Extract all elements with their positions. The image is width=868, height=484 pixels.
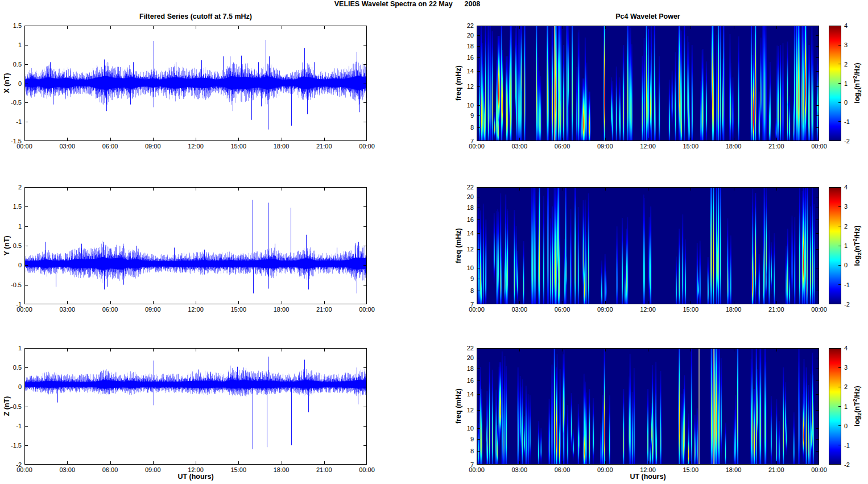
colorbar-tick-label: 1 xyxy=(844,80,848,88)
left-column-title: Filtered Series (cutoff at 7.5 mHz) xyxy=(139,13,252,20)
x-tick-label: 00:00 xyxy=(805,143,833,150)
y-wavelet-power-plot xyxy=(477,187,819,304)
y-tick-label: 0 xyxy=(0,383,22,391)
x-tick-label: 21:00 xyxy=(310,143,338,150)
x-tick-label: 12:00 xyxy=(181,466,210,474)
colorbar-tick-label: -2 xyxy=(844,138,850,145)
colorbar-tick-label: 2 xyxy=(844,383,848,391)
x-tick-label: 15:00 xyxy=(224,143,253,150)
y-tick-label: -1 xyxy=(0,423,22,430)
x-tick-label: 21:00 xyxy=(762,466,791,474)
freq-tick-label: 18 xyxy=(447,204,474,212)
freq-tick-label: 22 xyxy=(447,184,474,191)
colorbar-tick-label: 0 xyxy=(844,262,848,269)
freq-tick-label: 8 xyxy=(447,124,474,131)
x-tick-label: 15:00 xyxy=(676,306,705,313)
freq-tick-label: 16 xyxy=(447,377,474,384)
y-tick-label: 2 xyxy=(0,184,22,191)
colorbar-x xyxy=(829,26,841,141)
x-tick-label: 09:00 xyxy=(591,306,619,313)
freq-tick-label: 7 xyxy=(447,138,474,145)
x-tick-label: 18:00 xyxy=(267,306,296,313)
x-tick-label: 21:00 xyxy=(310,306,338,313)
colorbar-tick-label: -1 xyxy=(844,442,850,449)
freq-tick-label: 20 xyxy=(447,193,474,201)
colorbar-tick-label: 3 xyxy=(844,42,848,49)
y-series-plot xyxy=(24,187,367,304)
y-tick-label: -1 xyxy=(0,301,22,308)
x-tick-label: 09:00 xyxy=(591,466,619,474)
y-tick-label: 1 xyxy=(0,345,22,352)
x-series-plot xyxy=(24,26,367,141)
x-tick-label: 09:00 xyxy=(591,143,619,150)
x-tick-label: 15:00 xyxy=(676,143,705,150)
x-tick-label: 12:00 xyxy=(634,143,662,150)
freq-tick-label: 9 xyxy=(447,112,474,119)
x-axis-label-left: UT (hours) xyxy=(177,473,213,481)
right-column-title: Pc4 Wavelet Power xyxy=(615,13,680,20)
freq-tick-label: 16 xyxy=(447,216,474,224)
colorbar-tick-label: -1 xyxy=(844,282,850,289)
colorbar-tick-label: 3 xyxy=(844,364,848,371)
y-tick-label: -1.5 xyxy=(0,138,22,145)
x-tick-label: 00:00 xyxy=(353,143,381,150)
y-tick-label: -0.5 xyxy=(0,403,22,411)
x-tick-label: 18:00 xyxy=(720,466,748,474)
colorbar-label-z: log2(nT2/Hz) xyxy=(852,386,863,426)
colorbar-tick-label: 0 xyxy=(844,423,848,430)
x-tick-label: 06:00 xyxy=(548,466,577,474)
figure-title: VELIES Wavelet Spectra on 22 May 2008 xyxy=(334,0,481,8)
x-tick-label: 09:00 xyxy=(139,466,167,474)
x-wavelet-power-plot xyxy=(477,26,819,141)
x-tick-label: 12:00 xyxy=(634,306,662,313)
colorbar-tick-label: 4 xyxy=(844,22,848,30)
x-tick-label: 12:00 xyxy=(634,466,662,474)
y-tick-label: 0.5 xyxy=(0,242,22,250)
y-tick-label: 0 xyxy=(0,262,22,269)
figure: VELIES Wavelet Spectra on 22 May 2008 Fi… xyxy=(0,0,868,484)
z-series-plot xyxy=(24,348,367,465)
colorbar-tick-label: 0 xyxy=(844,99,848,106)
x-tick-label: 18:00 xyxy=(267,466,296,474)
x-tick-label: 18:00 xyxy=(720,143,748,150)
freq-tick-label: 16 xyxy=(447,54,474,61)
freq-tick-label: 7 xyxy=(447,301,474,308)
colorbar-tick-label: -1 xyxy=(844,118,850,126)
x-tick-label: 00:00 xyxy=(805,306,833,313)
x-tick-label: 00:00 xyxy=(805,466,833,474)
x-tick-label: 15:00 xyxy=(224,306,253,313)
x-tick-label: 06:00 xyxy=(548,306,577,313)
freq-tick-label: 12 xyxy=(447,407,474,414)
y-tick-label: 0 xyxy=(0,80,22,88)
colorbar-y xyxy=(829,187,841,304)
y-tick-label: 1.5 xyxy=(0,203,22,210)
x-tick-label: 21:00 xyxy=(762,143,791,150)
colorbar-tick-label: -2 xyxy=(844,461,850,469)
x-tick-label: 18:00 xyxy=(267,143,296,150)
x-tick-label: 03:00 xyxy=(53,466,81,474)
y-tick-label: -0.5 xyxy=(0,282,22,289)
x-tick-label: 03:00 xyxy=(505,143,534,150)
x-tick-label: 15:00 xyxy=(676,466,705,474)
freq-tick-label: 18 xyxy=(447,365,474,373)
y-tick-label: 1.5 xyxy=(0,22,22,30)
x-tick-label: 03:00 xyxy=(53,306,81,313)
colorbar-tick-label: 3 xyxy=(844,203,848,210)
freq-tick-label: 18 xyxy=(447,43,474,50)
colorbar-tick-label: 2 xyxy=(844,61,848,68)
freq-tick-label: 12 xyxy=(447,246,474,253)
x-tick-label: 00:00 xyxy=(353,306,381,313)
freq-tick-label: 10 xyxy=(447,425,474,432)
x-tick-label: 03:00 xyxy=(53,143,81,150)
z-wavelet-power-plot xyxy=(477,348,819,465)
x-tick-label: 09:00 xyxy=(139,143,167,150)
y-tick-label: -2 xyxy=(0,461,22,469)
freq-tick-label: 20 xyxy=(447,354,474,362)
x-tick-label: 00:00 xyxy=(353,466,381,474)
freq-tick-label: 8 xyxy=(447,448,474,455)
freq-tick-label: 22 xyxy=(447,345,474,352)
colorbar-label-x: log2(nT2/Hz) xyxy=(852,63,863,103)
freq-tick-label: 7 xyxy=(447,461,474,469)
x-tick-label: 15:00 xyxy=(224,466,253,474)
colorbar-tick-label: 1 xyxy=(844,242,848,250)
